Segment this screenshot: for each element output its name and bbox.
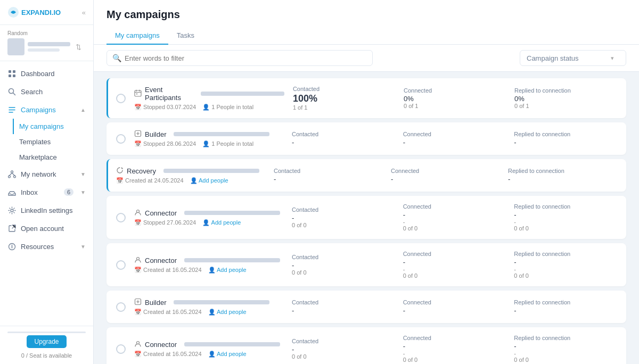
collapse-sidebar-button[interactable]: «: [82, 9, 86, 16]
add-people-button[interactable]: 👤 Add people: [208, 267, 247, 274]
sidebar-item-dashboard[interactable]: Dashboard: [0, 64, 93, 82]
campaign-type-label: Connector: [145, 209, 177, 217]
stat-value: -: [508, 175, 617, 183]
linkedin-settings-label: LinkedIn settings: [21, 206, 73, 214]
stat-value: -: [292, 307, 395, 315]
stat-value: -: [292, 138, 395, 146]
svg-rect-1: [9, 70, 11, 73]
campaign-type-label: Connector: [145, 341, 177, 349]
svg-rect-18: [136, 94, 137, 95]
sidebar-item-search[interactable]: Search: [0, 82, 93, 101]
campaign-checkbox[interactable]: [116, 344, 126, 354]
stat-value: -: [403, 211, 506, 219]
stat-value: -: [391, 175, 499, 183]
campaign-date: 📅 Created at 24.05.2024: [116, 177, 184, 184]
inbox-icon: [7, 188, 16, 196]
svg-point-27: [137, 342, 140, 344]
sidebar-bottom: Upgrade 0 / Seat is available: [0, 326, 93, 364]
campaign-type-row: Connector: [134, 340, 283, 349]
sidebar-item-inbox[interactable]: Inbox 6 ▼: [0, 183, 93, 201]
sidebar-item-templates[interactable]: Templates: [19, 134, 93, 150]
sidebar-navigation: Dashboard Search Campaigns ▲ My campaign…: [0, 61, 93, 326]
svg-point-8: [8, 176, 10, 178]
user-random-label: Random: [7, 30, 81, 36]
sidebar-item-open-account[interactable]: Open account: [0, 219, 93, 237]
search-filter-box[interactable]: 🔍: [106, 50, 373, 66]
campaign-type-row: Builder: [134, 130, 283, 138]
sidebar-item-resources[interactable]: Resources ▼: [0, 237, 93, 255]
campaign-checkbox[interactable]: [116, 213, 126, 222]
add-people-button[interactable]: 👤 Add people: [208, 351, 247, 358]
campaign-name-blur: [184, 258, 280, 262]
stat-label: Contacted: [293, 86, 395, 92]
stat-block: Replied to connection-: [514, 299, 617, 315]
svg-line-6: [13, 93, 15, 95]
svg-point-9: [13, 176, 15, 178]
campaign-meta: 📅 Created at 16.05.2024👤 Add people: [134, 267, 283, 274]
sidebar-item-marketplace[interactable]: Marketplace: [19, 150, 93, 165]
campaign-meta: 📅 Created at 16.05.2024👤 Add people: [134, 309, 283, 316]
stat-sub: -: [403, 350, 506, 357]
stat-value: -: [403, 258, 506, 266]
campaign-name-blur: [184, 211, 280, 215]
upgrade-button[interactable]: Upgrade: [27, 335, 66, 348]
stat-label: Replied to connection: [508, 168, 617, 174]
campaign-type-icon: [134, 89, 142, 98]
add-people-button[interactable]: 👤 Add people: [202, 219, 241, 226]
svg-line-10: [9, 173, 12, 176]
user-subtitle-blur: [28, 48, 60, 52]
sidebar-item-linkedin-settings[interactable]: LinkedIn settings: [0, 201, 93, 219]
stat-sub: -: [403, 266, 506, 272]
stat-block: Connected0%0 of 1: [404, 87, 506, 109]
sidebar-item-my-network[interactable]: My network ▼: [0, 165, 93, 183]
campaign-checkbox[interactable]: [116, 94, 126, 103]
svg-point-23: [137, 258, 140, 260]
main-content: My campaigns My campaigns Tasks 🔍 Campai…: [94, 0, 639, 364]
stat-label: Connected: [403, 203, 506, 210]
stat-label: Contacted: [292, 338, 395, 344]
settings-icon: [7, 206, 16, 214]
stat-label: Connected: [403, 299, 506, 305]
stat-block: Contacted-: [292, 299, 395, 315]
add-people-button[interactable]: 👤 Add people: [190, 177, 228, 184]
tab-tasks[interactable]: Tasks: [168, 27, 203, 45]
stat-sub2: 0 of 0: [403, 225, 506, 231]
campaign-checkbox[interactable]: [116, 134, 126, 144]
stat-sub: 1 of 1: [293, 104, 395, 111]
campaign-list: Event Participants 📅 Stopped 03.07.2024👤…: [94, 72, 639, 364]
campaign-name-blur: [163, 169, 259, 173]
stat-sub2: 0 of 0: [514, 272, 617, 279]
grid-icon: [7, 69, 16, 78]
campaign-type-row: Recovery: [116, 167, 265, 175]
tab-my-campaigns[interactable]: My campaigns: [106, 27, 168, 45]
campaign-row: Event Participants 📅 Stopped 03.07.2024👤…: [106, 78, 626, 118]
stat-block: Contacted-0 of 0: [292, 338, 395, 360]
stat-block: Connected-: [403, 299, 506, 315]
stat-block: Connected--0 of 0: [403, 335, 506, 363]
campaign-type-row: Event Participants: [134, 86, 284, 102]
stat-block: Replied to connection-: [514, 131, 617, 146]
stat-value: -: [274, 175, 382, 183]
campaign-type-icon: [134, 298, 142, 307]
stat-sub2: 0 of 0: [292, 269, 395, 276]
svg-point-12: [11, 209, 13, 212]
logo-icon: [7, 6, 19, 18]
search-filter-input[interactable]: [125, 54, 367, 62]
sidebar-item-campaigns[interactable]: Campaigns ▲: [0, 101, 93, 119]
stat-sub2: 0 of 0: [292, 353, 395, 360]
stat-sub2: 0 of 0: [403, 357, 506, 363]
stat-label: Replied to connection: [514, 251, 617, 257]
sidebar: EXPANDI.IO « Random ⇅ Dashboard: [0, 0, 94, 364]
campaign-status-filter[interactable]: Campaign status ▾: [520, 50, 626, 66]
add-people-button[interactable]: 👤 Add people: [208, 309, 247, 316]
stat-value: 100%: [293, 93, 395, 104]
campaign-row: Recovery 📅 Created at 24.05.2024👤 Add pe…: [106, 159, 626, 192]
campaign-checkbox[interactable]: [116, 302, 126, 312]
sidebar-item-my-campaigns[interactable]: My campaigns: [13, 119, 93, 134]
campaign-type-icon: [134, 340, 142, 349]
inbox-badge: 6: [64, 188, 73, 196]
campaign-info: Builder 📅 Stopped 28.06.2024👤 1 People i…: [134, 130, 283, 147]
stat-block: Replied to connection-: [508, 168, 617, 183]
campaign-checkbox[interactable]: [116, 260, 126, 270]
user-chevron-button[interactable]: ⇅: [76, 43, 81, 51]
